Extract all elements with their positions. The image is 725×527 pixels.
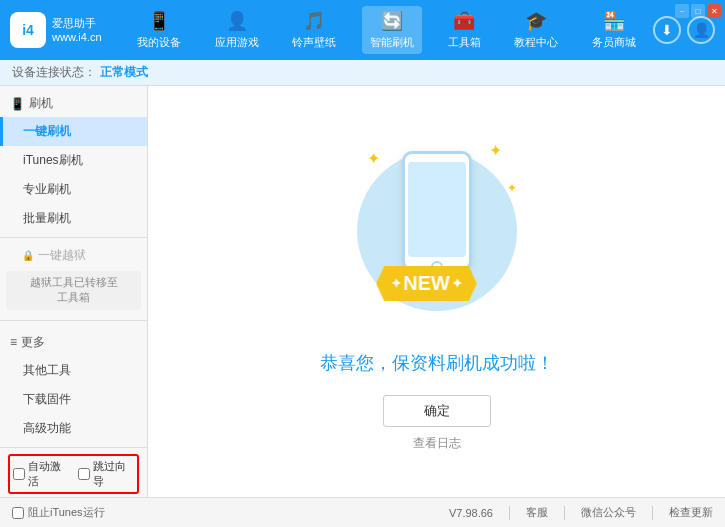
- more-icon: ≡: [10, 335, 17, 349]
- logo-area: i4 爱思助手 www.i4.cn: [10, 12, 120, 48]
- nav-items: 📱 我的设备 👤 应用游戏 🎵 铃声壁纸 🔄 智能刷机 🧰 工具箱 🎓: [120, 6, 653, 54]
- nav-toolbox[interactable]: 🧰 工具箱: [440, 6, 489, 54]
- footer-link-support[interactable]: 客服: [526, 505, 548, 520]
- window-controls: － □ ✕: [675, 4, 721, 18]
- device-checkbox-row: 自动激活 跳过向导: [8, 454, 139, 494]
- sidebar-item-itunes-flash[interactable]: iTunes刷机: [0, 146, 147, 175]
- footer-divider-v1: [509, 506, 510, 520]
- auto-activate-checkbox[interactable]: [13, 468, 25, 480]
- header-right: ⬇ 👤: [653, 16, 715, 44]
- status-value: 正常模式: [100, 64, 148, 81]
- sidebar-bottom: 自动激活 跳过向导 📱 iPhone 15 Pro Max 512GB iPho…: [0, 447, 147, 497]
- sparkle-top-right: ✦: [489, 141, 502, 160]
- merchant-icon: 🏪: [603, 10, 625, 32]
- phone-illustration: [402, 151, 472, 271]
- flash-section: 📱 刷机 一键刷机 iTunes刷机 专业刷机 批量刷机 🔒 一键越狱 越狱工具…: [0, 86, 147, 316]
- nav-tutorials[interactable]: 🎓 教程中心: [506, 6, 566, 54]
- nav-merchant-label: 务员商城: [592, 35, 636, 50]
- nav-ringtones[interactable]: 🎵 铃声壁纸: [284, 6, 344, 54]
- stop-itunes-checkbox[interactable]: [12, 507, 24, 519]
- footer-link-wechat[interactable]: 微信公众号: [581, 505, 636, 520]
- app-title: 爱思助手: [52, 16, 102, 30]
- tutorials-icon: 🎓: [525, 10, 547, 32]
- sparkle-top-left: ✦: [367, 149, 380, 168]
- flash-section-icon: 📱: [10, 97, 25, 111]
- nav-apps-games[interactable]: 👤 应用游戏: [207, 6, 267, 54]
- maximize-button[interactable]: □: [691, 4, 705, 18]
- logo-icon: i4: [10, 12, 46, 48]
- download-button[interactable]: ⬇: [653, 16, 681, 44]
- skip-guide-checkbox[interactable]: [78, 468, 90, 480]
- footer-version: V7.98.66: [449, 507, 493, 519]
- sidebar-item-batch-flash[interactable]: 批量刷机: [0, 204, 147, 233]
- footer-links: V7.98.66 客服 微信公众号 检查更新: [449, 505, 713, 520]
- new-badge: ✦ NEW ✦: [376, 266, 477, 301]
- content-area: ✦ ✦ ✦ ✦ NEW ✦ 恭喜您，保资料刷机成功啦！ 确定 查看日志: [148, 86, 725, 497]
- view-log-link[interactable]: 查看日志: [413, 435, 461, 452]
- sidebar-item-other-tools[interactable]: 其他工具: [0, 356, 147, 385]
- sidebar-item-advanced[interactable]: 高级功能: [0, 414, 147, 443]
- stop-itunes-label: 阻止iTunes运行: [28, 505, 105, 520]
- apps-icon: 👤: [226, 10, 248, 32]
- close-button[interactable]: ✕: [707, 4, 721, 18]
- sparkle-right: ✦: [507, 181, 517, 195]
- main-layout: 📱 刷机 一键刷机 iTunes刷机 专业刷机 批量刷机 🔒 一键越狱 越狱工具…: [0, 86, 725, 497]
- skip-guide-checkbox-label[interactable]: 跳过向导: [78, 459, 135, 489]
- nav-smart-flash-label: 智能刷机: [370, 35, 414, 50]
- confirm-button[interactable]: 确定: [383, 395, 491, 427]
- status-bar: 设备连接状态： 正常模式: [0, 60, 725, 86]
- nav-merchant[interactable]: 🏪 务员商城: [584, 6, 644, 54]
- minimize-button[interactable]: －: [675, 4, 689, 18]
- sidebar-divider-1: [0, 237, 147, 238]
- new-ribbon: ✦ NEW ✦: [376, 266, 477, 301]
- phone-shape: [402, 151, 472, 271]
- sidebar: 📱 刷机 一键刷机 iTunes刷机 专业刷机 批量刷机 🔒 一键越狱 越狱工具…: [0, 86, 148, 497]
- success-illustration: ✦ ✦ ✦ ✦ NEW ✦: [337, 131, 537, 331]
- user-button[interactable]: 👤: [687, 16, 715, 44]
- new-label: NEW: [403, 272, 450, 295]
- sidebar-item-download-firmware[interactable]: 下载固件: [0, 385, 147, 414]
- footer-link-update[interactable]: 检查更新: [669, 505, 713, 520]
- nav-smart-flash[interactable]: 🔄 智能刷机: [362, 6, 422, 54]
- more-section: ≡ 更多 其他工具 下载固件 高级功能: [0, 325, 147, 447]
- flash-section-label: 刷机: [29, 95, 53, 112]
- flash-section-header: 📱 刷机: [0, 90, 147, 117]
- footer-divider-v2: [564, 506, 565, 520]
- nav-my-device-label: 我的设备: [137, 35, 181, 50]
- auto-activate-checkbox-label[interactable]: 自动激活: [13, 459, 70, 489]
- toolbox-icon: 🧰: [453, 10, 475, 32]
- footer: 阻止iTunes运行 V7.98.66 客服 微信公众号 检查更新: [0, 497, 725, 527]
- logo-text: 爱思助手 www.i4.cn: [52, 16, 102, 45]
- smart-flash-icon: 🔄: [381, 10, 403, 32]
- header: i4 爱思助手 www.i4.cn 📱 我的设备 👤 应用游戏 🎵 铃声壁纸 🔄…: [0, 0, 725, 60]
- footer-divider-v3: [652, 506, 653, 520]
- sidebar-jailbreak-note: 越狱工具已转移至工具箱: [6, 271, 141, 310]
- nav-tutorials-label: 教程中心: [514, 35, 558, 50]
- nav-ringtones-label: 铃声壁纸: [292, 35, 336, 50]
- sidebar-disabled-jailbreak: 🔒 一键越狱: [0, 242, 147, 269]
- more-section-header: ≡ 更多: [0, 329, 147, 356]
- nav-apps-label: 应用游戏: [215, 35, 259, 50]
- sidebar-item-one-key-flash[interactable]: 一键刷机: [0, 117, 147, 146]
- sidebar-divider-2: [0, 320, 147, 321]
- lock-icon: 🔒: [22, 250, 34, 261]
- app-subtitle: www.i4.cn: [52, 30, 102, 44]
- ringtones-icon: 🎵: [303, 10, 325, 32]
- nav-my-device[interactable]: 📱 我的设备: [129, 6, 189, 54]
- my-device-icon: 📱: [148, 10, 170, 32]
- success-text: 恭喜您，保资料刷机成功啦！: [320, 351, 554, 375]
- footer-left: 阻止iTunes运行: [12, 505, 105, 520]
- phone-screen: [408, 162, 466, 257]
- sidebar-item-pro-flash[interactable]: 专业刷机: [0, 175, 147, 204]
- skip-guide-label: 跳过向导: [93, 459, 135, 489]
- status-prefix: 设备连接状态：: [12, 64, 96, 81]
- nav-toolbox-label: 工具箱: [448, 35, 481, 50]
- auto-activate-label: 自动激活: [28, 459, 70, 489]
